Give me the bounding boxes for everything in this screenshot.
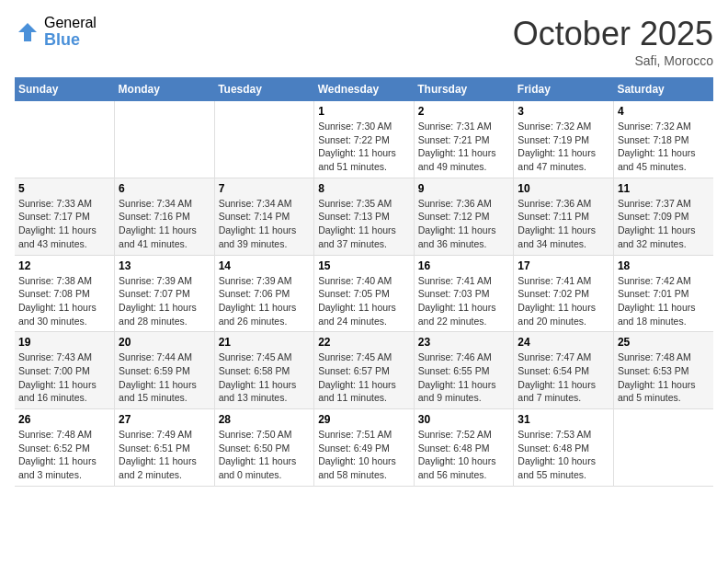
location: Safi, Morocco xyxy=(513,53,713,68)
day-cell: 26Sunrise: 7:48 AMSunset: 6:52 PMDayligh… xyxy=(15,409,115,487)
day-number: 26 xyxy=(18,413,110,426)
day-number: 16 xyxy=(418,259,510,272)
day-info: Sunrise: 7:32 AMSunset: 7:18 PMDaylight:… xyxy=(618,120,710,174)
day-number: 17 xyxy=(518,259,609,272)
day-cell: 15Sunrise: 7:40 AMSunset: 7:05 PMDayligh… xyxy=(314,255,415,332)
day-cell: 22Sunrise: 7:45 AMSunset: 6:57 PMDayligh… xyxy=(314,332,415,409)
day-number: 31 xyxy=(518,413,609,426)
col-thursday: Thursday xyxy=(414,77,514,101)
week-row-4: 19Sunrise: 7:43 AMSunset: 7:00 PMDayligh… xyxy=(15,332,713,409)
day-cell: 30Sunrise: 7:52 AMSunset: 6:48 PMDayligh… xyxy=(414,409,514,487)
day-cell: 11Sunrise: 7:37 AMSunset: 7:09 PMDayligh… xyxy=(613,178,713,255)
day-cell: 24Sunrise: 7:47 AMSunset: 6:54 PMDayligh… xyxy=(514,332,614,409)
day-number: 20 xyxy=(119,336,210,349)
day-info: Sunrise: 7:43 AMSunset: 7:00 PMDaylight:… xyxy=(18,350,110,405)
day-cell: 3Sunrise: 7:32 AMSunset: 7:19 PMDaylight… xyxy=(514,101,614,178)
logo-general: General xyxy=(44,15,97,31)
day-cell: 20Sunrise: 7:44 AMSunset: 6:59 PMDayligh… xyxy=(115,332,215,409)
day-info: Sunrise: 7:41 AMSunset: 7:03 PMDaylight:… xyxy=(418,274,510,328)
day-cell xyxy=(115,101,215,178)
day-number: 23 xyxy=(418,336,510,349)
day-info: Sunrise: 7:39 AMSunset: 7:07 PMDaylight:… xyxy=(119,274,210,328)
day-number: 5 xyxy=(18,182,110,195)
day-cell: 13Sunrise: 7:39 AMSunset: 7:07 PMDayligh… xyxy=(115,255,215,332)
calendar-table: Sunday Monday Tuesday Wednesday Thursday… xyxy=(15,77,713,487)
day-number: 11 xyxy=(618,182,710,195)
day-info: Sunrise: 7:45 AMSunset: 6:57 PMDaylight:… xyxy=(318,350,410,405)
day-cell: 4Sunrise: 7:32 AMSunset: 7:18 PMDaylight… xyxy=(613,101,713,178)
day-number: 21 xyxy=(219,336,311,349)
page-header: General Blue October 2025 Safi, Morocco xyxy=(15,15,713,68)
day-cell xyxy=(214,101,314,178)
day-cell: 9Sunrise: 7:36 AMSunset: 7:12 PMDaylight… xyxy=(414,178,514,255)
day-number: 9 xyxy=(418,182,510,195)
day-cell: 6Sunrise: 7:34 AMSunset: 7:16 PMDaylight… xyxy=(115,178,215,255)
title-block: October 2025 Safi, Morocco xyxy=(513,15,713,68)
day-cell: 25Sunrise: 7:48 AMSunset: 6:53 PMDayligh… xyxy=(613,332,713,409)
col-sunday: Sunday xyxy=(15,77,115,101)
day-info: Sunrise: 7:34 AMSunset: 7:14 PMDaylight:… xyxy=(219,197,311,251)
day-number: 4 xyxy=(618,105,710,118)
logo-blue: Blue xyxy=(44,31,97,50)
day-info: Sunrise: 7:33 AMSunset: 7:17 PMDaylight:… xyxy=(18,197,110,251)
week-row-2: 5Sunrise: 7:33 AMSunset: 7:17 PMDaylight… xyxy=(15,178,713,255)
logo-text: General Blue xyxy=(44,15,97,49)
day-info: Sunrise: 7:45 AMSunset: 6:58 PMDaylight:… xyxy=(219,350,311,405)
calendar-header-row: Sunday Monday Tuesday Wednesday Thursday… xyxy=(15,77,713,101)
day-info: Sunrise: 7:38 AMSunset: 7:08 PMDaylight:… xyxy=(18,274,110,328)
day-number: 19 xyxy=(18,336,110,349)
day-info: Sunrise: 7:30 AMSunset: 7:22 PMDaylight:… xyxy=(318,120,410,174)
day-number: 30 xyxy=(418,413,510,426)
week-row-1: 1Sunrise: 7:30 AMSunset: 7:22 PMDaylight… xyxy=(15,101,713,178)
day-number: 25 xyxy=(618,336,710,349)
svg-marker-0 xyxy=(18,23,37,41)
day-cell: 28Sunrise: 7:50 AMSunset: 6:50 PMDayligh… xyxy=(214,409,314,487)
day-cell: 12Sunrise: 7:38 AMSunset: 7:08 PMDayligh… xyxy=(15,255,115,332)
day-info: Sunrise: 7:47 AMSunset: 6:54 PMDaylight:… xyxy=(518,350,609,405)
day-cell: 29Sunrise: 7:51 AMSunset: 6:49 PMDayligh… xyxy=(314,409,415,487)
day-info: Sunrise: 7:50 AMSunset: 6:50 PMDaylight:… xyxy=(219,428,311,482)
logo-icon xyxy=(15,19,40,45)
col-monday: Monday xyxy=(115,77,215,101)
week-row-5: 26Sunrise: 7:48 AMSunset: 6:52 PMDayligh… xyxy=(15,409,713,487)
day-info: Sunrise: 7:36 AMSunset: 7:11 PMDaylight:… xyxy=(518,197,609,251)
day-info: Sunrise: 7:53 AMSunset: 6:48 PMDaylight:… xyxy=(518,428,609,482)
day-number: 27 xyxy=(119,413,210,426)
day-cell xyxy=(613,409,713,487)
day-number: 29 xyxy=(318,413,410,426)
week-row-3: 12Sunrise: 7:38 AMSunset: 7:08 PMDayligh… xyxy=(15,255,713,332)
day-info: Sunrise: 7:41 AMSunset: 7:02 PMDaylight:… xyxy=(518,274,609,328)
day-info: Sunrise: 7:49 AMSunset: 6:51 PMDaylight:… xyxy=(119,428,210,482)
day-number: 3 xyxy=(518,105,609,118)
day-number: 8 xyxy=(318,182,410,195)
day-cell: 18Sunrise: 7:42 AMSunset: 7:01 PMDayligh… xyxy=(613,255,713,332)
day-info: Sunrise: 7:37 AMSunset: 7:09 PMDaylight:… xyxy=(618,197,710,251)
day-cell: 1Sunrise: 7:30 AMSunset: 7:22 PMDaylight… xyxy=(314,101,415,178)
day-info: Sunrise: 7:35 AMSunset: 7:13 PMDaylight:… xyxy=(318,197,410,251)
day-info: Sunrise: 7:44 AMSunset: 6:59 PMDaylight:… xyxy=(119,350,210,405)
col-wednesday: Wednesday xyxy=(314,77,415,101)
day-cell: 19Sunrise: 7:43 AMSunset: 7:00 PMDayligh… xyxy=(15,332,115,409)
day-cell: 23Sunrise: 7:46 AMSunset: 6:55 PMDayligh… xyxy=(414,332,514,409)
day-number: 1 xyxy=(318,105,410,118)
col-friday: Friday xyxy=(514,77,614,101)
day-cell: 2Sunrise: 7:31 AMSunset: 7:21 PMDaylight… xyxy=(414,101,514,178)
day-info: Sunrise: 7:40 AMSunset: 7:05 PMDaylight:… xyxy=(318,274,410,328)
col-saturday: Saturday xyxy=(613,77,713,101)
day-cell: 16Sunrise: 7:41 AMSunset: 7:03 PMDayligh… xyxy=(414,255,514,332)
day-info: Sunrise: 7:52 AMSunset: 6:48 PMDaylight:… xyxy=(418,428,510,482)
day-number: 12 xyxy=(18,259,110,272)
day-cell: 21Sunrise: 7:45 AMSunset: 6:58 PMDayligh… xyxy=(214,332,314,409)
day-cell: 7Sunrise: 7:34 AMSunset: 7:14 PMDaylight… xyxy=(214,178,314,255)
day-number: 22 xyxy=(318,336,410,349)
day-number: 2 xyxy=(418,105,510,118)
day-cell: 5Sunrise: 7:33 AMSunset: 7:17 PMDaylight… xyxy=(15,178,115,255)
day-info: Sunrise: 7:46 AMSunset: 6:55 PMDaylight:… xyxy=(418,350,510,405)
day-info: Sunrise: 7:32 AMSunset: 7:19 PMDaylight:… xyxy=(518,120,609,174)
day-cell: 14Sunrise: 7:39 AMSunset: 7:06 PMDayligh… xyxy=(214,255,314,332)
day-number: 13 xyxy=(119,259,210,272)
day-info: Sunrise: 7:51 AMSunset: 6:49 PMDaylight:… xyxy=(318,428,410,482)
day-cell: 8Sunrise: 7:35 AMSunset: 7:13 PMDaylight… xyxy=(314,178,415,255)
day-number: 6 xyxy=(119,182,210,195)
day-info: Sunrise: 7:42 AMSunset: 7:01 PMDaylight:… xyxy=(618,274,710,328)
